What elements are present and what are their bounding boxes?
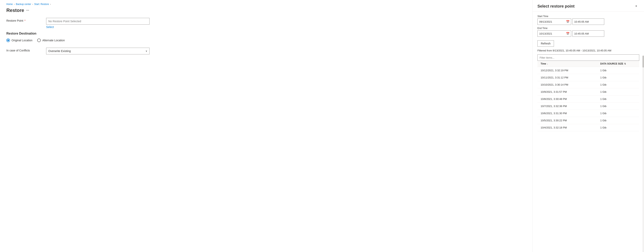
time-sort-icon: ↓: [547, 62, 548, 65]
refresh-button[interactable]: Refresh: [538, 40, 554, 47]
cell-time: 10/4/2021, 3:32:18 PM: [540, 126, 600, 129]
breadcrumb: Home › Backup center › Start: Restore ›: [6, 0, 526, 7]
cell-size: 1 Gib: [600, 119, 636, 122]
dropdown-arrow-icon: ∨: [146, 50, 147, 52]
table-row[interactable]: 10/11/2021, 3:31:12 PM 1 Gib: [538, 74, 639, 81]
end-time-label: End Time: [538, 27, 639, 29]
restore-point-field: Select: [46, 18, 150, 28]
breadcrumb-home[interactable]: Home: [6, 3, 13, 5]
table-row[interactable]: 10/7/2021, 3:32:36 PM 1 Gib: [538, 103, 639, 110]
radio-original-circle: [6, 38, 10, 42]
conflicts-row: In case of Conflicts Overwrite Existing …: [6, 48, 526, 54]
radio-alternate-circle: [37, 38, 41, 42]
radio-original-location[interactable]: Original Location: [6, 38, 32, 42]
conflicts-value: Overwrite Existing: [48, 49, 71, 53]
cell-size: 1 Gib: [600, 97, 636, 100]
restore-points-table: Time ↓ DATA SOURCE SIZE ⇅ 10/12/2021, 3:…: [538, 61, 639, 131]
panel-title: Select restore point: [538, 4, 574, 8]
conflicts-label: In case of Conflicts: [6, 48, 46, 52]
right-panel: Select restore point × Start Time 09/13/…: [533, 0, 644, 252]
cell-size: 1 Gib: [600, 126, 636, 129]
table-row[interactable]: 10/8/2021, 3:30:48 PM 1 Gib: [538, 95, 639, 103]
close-button[interactable]: ×: [633, 3, 639, 9]
cell-time: 10/11/2021, 3:31:12 PM: [540, 76, 600, 79]
table-row[interactable]: 10/6/2021, 3:31:30 PM 1 Gib: [538, 110, 639, 117]
cell-time: 10/7/2021, 3:32:36 PM: [540, 105, 600, 108]
select-link[interactable]: Select: [46, 25, 54, 28]
start-time-group: 09/13/2021 📅: [538, 18, 639, 25]
start-calendar-icon: 📅: [566, 20, 570, 23]
breadcrumb-backup-center[interactable]: Backup center: [16, 3, 31, 5]
cell-size: 1 Gib: [600, 76, 636, 79]
breadcrumb-chevron-3: ›: [50, 3, 51, 5]
end-date-value: 10/13/2021: [539, 32, 552, 35]
radio-original-label: Original Location: [12, 39, 32, 42]
table-body: 10/12/2021, 3:32:19 PM 1 Gib 10/11/2021,…: [538, 67, 639, 131]
start-time-label: Start Time: [538, 15, 639, 18]
start-date-input[interactable]: 09/13/2021 📅: [538, 18, 571, 25]
table-row[interactable]: 10/4/2021, 3:32:18 PM 1 Gib: [538, 124, 639, 131]
cell-size: 1 Gib: [600, 83, 636, 86]
col-header-size[interactable]: DATA SOURCE SIZE ⇅: [600, 62, 636, 65]
table-header: Time ↓ DATA SOURCE SIZE ⇅: [538, 61, 639, 67]
restore-destination-heading: Restore Destination: [6, 32, 526, 35]
left-panel: Home › Backup center › Start: Restore › …: [0, 0, 533, 252]
scrollbar-thumb[interactable]: [642, 56, 644, 67]
end-time-input[interactable]: [572, 30, 604, 37]
cell-time: 10/12/2021, 3:32:19 PM: [540, 69, 600, 72]
page-title-row: Restore ···: [6, 7, 526, 13]
required-marker: *: [24, 19, 26, 22]
cell-size: 1 Gib: [600, 105, 636, 108]
end-date-input[interactable]: 10/13/2021 📅: [538, 30, 571, 37]
breadcrumb-start-restore[interactable]: Start: Restore: [34, 3, 49, 5]
filter-info: Filtered from 9/13/2021, 10:45:05 AM - 1…: [538, 49, 639, 52]
cell-time: 10/5/2021, 3:30:22 PM: [540, 119, 600, 122]
panel-header: Select restore point ×: [533, 0, 644, 12]
breadcrumb-chevron-2: ›: [32, 3, 33, 5]
cell-size: 1 Gib: [600, 69, 636, 72]
more-options-icon[interactable]: ···: [26, 8, 29, 12]
breadcrumb-chevron-1: ›: [14, 3, 15, 5]
cell-time: 10/10/2021, 3:30:14 PM: [540, 83, 600, 86]
start-time-section: Start Time 09/13/2021 📅: [538, 15, 639, 25]
table-row[interactable]: 10/12/2021, 3:32:19 PM 1 Gib: [538, 67, 639, 74]
conflicts-dropdown[interactable]: Overwrite Existing ∨: [46, 48, 150, 54]
start-time-input[interactable]: [572, 18, 604, 25]
restore-point-input[interactable]: [46, 18, 150, 25]
table-row[interactable]: 10/10/2021, 3:30:14 PM 1 Gib: [538, 81, 639, 88]
restore-point-label: Restore Point *: [6, 18, 46, 22]
radio-group: Original Location Alternate Location: [6, 38, 526, 42]
cell-time: 10/6/2021, 3:31:30 PM: [540, 112, 600, 115]
end-time-group: 10/13/2021 📅: [538, 30, 639, 37]
page-title: Restore: [6, 7, 24, 13]
col-header-time[interactable]: Time ↓: [540, 62, 600, 65]
panel-body: Start Time 09/13/2021 📅 End Time 10/13/2…: [533, 12, 644, 252]
end-time-section: End Time 10/13/2021 📅: [538, 27, 639, 37]
cell-size: 1 Gib: [600, 90, 636, 93]
start-date-value: 09/13/2021: [539, 20, 552, 23]
table-row[interactable]: 10/9/2021, 3:31:57 PM 1 Gib: [538, 88, 639, 95]
radio-alternate-location[interactable]: Alternate Location: [37, 38, 65, 42]
table-row[interactable]: 10/5/2021, 3:30:22 PM 1 Gib: [538, 117, 639, 124]
filter-input[interactable]: [538, 54, 639, 61]
scrollbar-track: [642, 56, 644, 252]
cell-size: 1 Gib: [600, 112, 636, 115]
restore-point-row: Restore Point * Select: [6, 18, 526, 28]
radio-alternate-label: Alternate Location: [42, 39, 65, 42]
cell-time: 10/8/2021, 3:30:48 PM: [540, 97, 600, 100]
restore-destination-section: Restore Destination Original Location Al…: [6, 32, 526, 42]
cell-time: 10/9/2021, 3:31:57 PM: [540, 90, 600, 93]
end-calendar-icon: 📅: [566, 32, 570, 35]
size-sort-icon: ⇅: [624, 62, 626, 65]
